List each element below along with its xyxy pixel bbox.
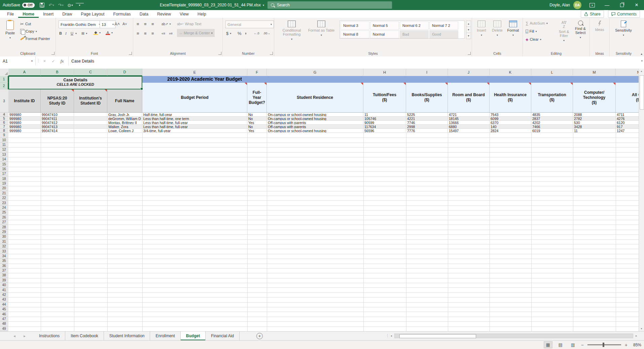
banner-academic-year-budget[interactable]: 2019-2020 Academic Year Budget xyxy=(142,76,639,83)
italic-button[interactable]: I xyxy=(65,30,67,37)
insert-cells-button[interactable]: Insert▾ xyxy=(474,21,489,37)
cell-E4[interactable]: Half-time, full-year xyxy=(142,113,247,117)
row-header-14[interactable]: 14 xyxy=(0,157,8,162)
row-header-41[interactable]: 41 xyxy=(0,287,8,292)
alignment-dialog-launcher-icon[interactable] xyxy=(218,52,221,55)
cell-B7[interactable]: 99047413 xyxy=(41,125,74,129)
decrease-font-button[interactable]: A˅ xyxy=(122,21,127,27)
row-header-17[interactable]: 17 xyxy=(0,171,8,176)
wrap-text-button[interactable]: ab↩Wrap Text xyxy=(177,21,202,27)
cell-M6[interactable]: 530 xyxy=(573,121,616,125)
redo-button[interactable]: ↷▾ xyxy=(57,1,65,9)
cut-button[interactable]: ✂Cut xyxy=(20,21,31,27)
vertical-scrollbar[interactable]: ▲ ▼ xyxy=(639,69,644,331)
cell-J8[interactable]: 15497 xyxy=(448,129,490,133)
number-dialog-launcher-icon[interactable] xyxy=(270,52,273,55)
sheet-tab-budget[interactable]: Budget xyxy=(181,332,206,340)
row-header-21[interactable]: 21 xyxy=(0,191,8,196)
row-header-23[interactable]: 23 xyxy=(0,200,8,205)
minimize-button[interactable]: — xyxy=(600,0,614,10)
new-sheet-button[interactable]: + xyxy=(256,333,263,339)
cell-N4[interactable]: 4711 xyxy=(616,113,639,117)
share-button[interactable]: Share xyxy=(581,10,604,18)
cell-J5[interactable]: 18145 xyxy=(448,117,490,121)
cell-B6[interactable]: 99047412 xyxy=(41,121,74,125)
fill-handle[interactable] xyxy=(140,87,143,90)
conditional-formatting-button[interactable]: Conditional Formatting▾ xyxy=(278,21,305,41)
header-cell-F3[interactable]: Full-YearBudget? xyxy=(247,83,267,113)
scroll-down-icon[interactable]: ▼ xyxy=(639,326,644,331)
row-header-8[interactable]: 8 xyxy=(0,129,8,133)
align-top-button[interactable]: ≡ xyxy=(137,21,139,27)
scroll-up-icon[interactable]: ▲ xyxy=(639,69,644,74)
style-chip-bad[interactable]: Bad xyxy=(400,30,429,38)
cell-H5[interactable]: 105746 xyxy=(363,117,406,121)
cell-G8[interactable]: On-campus or school-owned housing xyxy=(267,129,363,133)
row-header-5[interactable]: 5 xyxy=(0,117,8,121)
cell-M4[interactable]: 2088 xyxy=(573,113,616,117)
align-middle-button[interactable]: ≡ xyxy=(144,21,147,27)
sheet-tab-item-codebook[interactable]: Item Codebook xyxy=(65,332,104,340)
row-header-31[interactable]: 31 xyxy=(0,239,8,244)
cell-K4[interactable]: 7543 xyxy=(490,113,531,117)
row-header-9[interactable]: 9 xyxy=(0,133,8,138)
cell-A7[interactable]: 999980 xyxy=(8,125,41,129)
close-button[interactable]: × xyxy=(629,0,644,10)
cell-E8[interactable]: 3/4-time, full-year xyxy=(142,129,247,133)
accounting-format-button[interactable]: $▾ xyxy=(226,30,231,37)
cells-area[interactable]: 2019-2020 Academic Year Budget Case Deta… xyxy=(8,76,639,331)
cell-N6[interactable]: 6120 xyxy=(616,121,639,125)
merged-cell-case-details[interactable]: Case Details CELLS ARE LOCKED xyxy=(8,76,142,89)
cell-K8[interactable]: 2824 xyxy=(490,129,531,133)
column-header-N[interactable]: N xyxy=(616,69,639,76)
styles-dialog-launcher-icon[interactable] xyxy=(468,52,471,55)
insert-function-button[interactable]: fx xyxy=(58,56,66,66)
menu-tab-review[interactable]: Review xyxy=(153,10,175,18)
zoom-slider[interactable] xyxy=(587,344,621,345)
cell-C5[interactable] xyxy=(74,117,107,121)
cell-I8[interactable]: 7776 xyxy=(406,129,448,133)
comments-button[interactable]: Comments xyxy=(608,10,640,18)
gallery-up-icon[interactable]: ▲ xyxy=(466,21,471,27)
zoom-out-button[interactable]: − xyxy=(581,342,584,348)
enter-button[interactable]: ✓ xyxy=(49,56,58,66)
decrease-indent-button[interactable]: «≡ xyxy=(162,30,165,37)
style-chip-normal-8[interactable]: Normal 8 xyxy=(341,30,369,38)
vertical-scrollbar-thumb[interactable] xyxy=(640,75,644,110)
next-sheet-icon[interactable]: ▸ xyxy=(20,332,29,340)
row-header-3[interactable]: 3 xyxy=(0,89,8,113)
menu-tab-draw[interactable]: Draw xyxy=(58,10,76,18)
bold-button[interactable]: B xyxy=(59,30,62,37)
touch-mouse-mode-button[interactable]: ⊙▾ xyxy=(66,1,74,9)
row-header-22[interactable]: 22 xyxy=(0,196,8,200)
format-cells-button[interactable]: Format▾ xyxy=(506,21,521,37)
increase-font-button[interactable]: A˄ xyxy=(114,21,120,27)
font-name-combo[interactable]: Franklin Gothic Dem▾ xyxy=(59,21,102,28)
sort-filter-button[interactable]: A∇ZSort & Filter▾ xyxy=(557,21,571,43)
menu-tab-home[interactable]: Home xyxy=(18,10,39,18)
cell-J6[interactable]: 13666 xyxy=(448,121,490,125)
header-cell-A3[interactable]: Institute ID xyxy=(8,89,41,113)
merge-center-button[interactable]: ↔Merge & Center▾ xyxy=(177,29,215,37)
cell-C6[interactable] xyxy=(74,121,107,125)
style-chip-normal-5[interactable]: Normal 5 xyxy=(370,22,399,30)
sheet-tab-financial-aid[interactable]: Financial Aid xyxy=(206,332,240,340)
row-header-28[interactable]: 28 xyxy=(0,225,8,229)
row-header-18[interactable]: 18 xyxy=(0,177,8,181)
cell-C7[interactable] xyxy=(74,125,107,129)
ribbon-display-options-button[interactable]: ▴ xyxy=(585,0,600,10)
cell-L6[interactable]: 4202 xyxy=(531,121,573,125)
cell-F6[interactable]: Yes xyxy=(247,121,267,125)
zoom-slider-thumb[interactable] xyxy=(603,343,604,347)
row-header-49[interactable]: 49 xyxy=(0,326,8,331)
style-chip-normal-3[interactable]: Normal 3 xyxy=(341,22,369,30)
column-header-H[interactable]: H xyxy=(363,69,406,76)
row-header-13[interactable]: 13 xyxy=(0,152,8,157)
menu-tab-formulas[interactable]: Formulas xyxy=(109,10,135,18)
menu-tab-help[interactable]: Help xyxy=(193,10,211,18)
cell-J7[interactable]: 6880 xyxy=(448,125,490,129)
header-cell-G3[interactable]: Student Residence xyxy=(267,83,363,113)
row-header-7[interactable]: 7 xyxy=(0,125,8,129)
cell-C8[interactable] xyxy=(74,129,107,133)
cell-E5[interactable]: Less than half-time, one term xyxy=(142,117,247,121)
